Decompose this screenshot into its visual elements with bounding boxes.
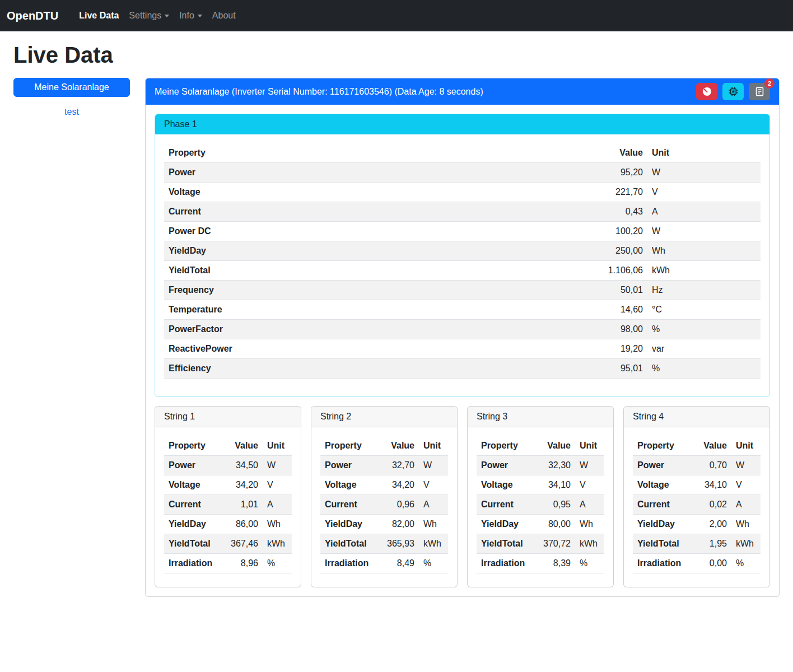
value-cell: 370,72 xyxy=(534,534,575,554)
value-cell: 221,70 xyxy=(575,183,647,202)
property-cell: Frequency xyxy=(164,281,575,300)
unit-cell: Wh xyxy=(575,515,604,534)
property-cell: Efficiency xyxy=(164,359,575,379)
column-property: Property xyxy=(164,143,575,163)
table-row: YieldTotal367,46kWh xyxy=(164,534,292,554)
property-cell: Power xyxy=(320,456,377,475)
table-header-row: Property Value Unit xyxy=(164,143,761,163)
string-card: String 3 Property Value Unit xyxy=(467,406,614,587)
nav-live-data[interactable]: Live Data xyxy=(74,6,124,25)
inverter-card-body: Phase 1 Property Value Unit xyxy=(146,105,779,596)
table-row: Irradiation0,00% xyxy=(633,554,761,573)
inverter-sidebar: Meine Solaranlage test xyxy=(13,78,130,117)
value-cell: 34,20 xyxy=(377,475,419,495)
table-row: Irradiation8,39% xyxy=(477,554,604,573)
property-cell: YieldDay xyxy=(320,515,377,534)
unit-cell: % xyxy=(263,554,292,573)
table-row: YieldDay250,00Wh xyxy=(164,241,761,261)
unit-cell: var xyxy=(647,339,761,359)
nav-info[interactable]: Info xyxy=(174,6,207,25)
table-row: Irradiation8,49% xyxy=(320,554,448,573)
unit-cell: Hz xyxy=(647,281,761,300)
nav-settings[interactable]: Settings xyxy=(124,6,174,25)
table-row: Power0,70W xyxy=(633,456,761,475)
value-cell: 0,96 xyxy=(377,495,419,515)
inverter-header-text: Meine Solaranlage (Inverter Serial Numbe… xyxy=(155,87,483,97)
inverter-action-buttons: 2 xyxy=(691,83,770,100)
nav-info-label: Info xyxy=(179,11,194,21)
event-log-button[interactable]: 2 xyxy=(749,83,770,100)
value-cell: 0,70 xyxy=(690,456,731,475)
table-row: Temperature14,60°C xyxy=(164,300,761,320)
value-cell: 1,95 xyxy=(690,534,731,554)
unit-cell: V xyxy=(419,475,448,495)
unit-cell: kWh xyxy=(731,534,761,554)
nav-about-label: About xyxy=(212,11,236,21)
string-card: String 1 Property Value Unit xyxy=(155,406,301,587)
unit-cell: Wh xyxy=(647,241,761,261)
property-cell: YieldDay xyxy=(477,515,534,534)
value-cell: 365,93 xyxy=(377,534,419,554)
property-cell: YieldTotal xyxy=(164,534,221,554)
property-cell: YieldTotal xyxy=(320,534,377,554)
unit-cell: A xyxy=(731,495,761,515)
table-row: Voltage34,10V xyxy=(633,475,761,495)
property-cell: Irradiation xyxy=(320,554,377,573)
cpu-icon xyxy=(728,86,739,97)
gauge-icon xyxy=(702,86,712,97)
table-row: Voltage34,10V xyxy=(477,475,604,495)
table-row: YieldDay80,00Wh xyxy=(477,515,604,534)
table-header-row: Property Value Unit xyxy=(320,436,448,456)
unit-cell: W xyxy=(575,456,604,475)
value-cell: 100,20 xyxy=(575,222,647,241)
column-value: Value xyxy=(690,436,731,456)
value-cell: 34,10 xyxy=(690,475,731,495)
property-cell: YieldTotal xyxy=(633,534,690,554)
table-row: Current0,96A xyxy=(320,495,448,515)
table-row: Frequency50,01Hz xyxy=(164,281,761,300)
column-unit: Unit xyxy=(647,143,761,163)
table-row: Current0,43A xyxy=(164,202,761,222)
table-row: Voltage34,20V xyxy=(164,475,292,495)
table-row: Irradiation8,96% xyxy=(164,554,292,573)
main-content: Meine Solaranlage (Inverter Serial Numbe… xyxy=(145,78,780,597)
inverter-link-test[interactable]: test xyxy=(13,107,130,117)
table-row: Power95,20W xyxy=(164,163,761,183)
brand-logo[interactable]: OpenDTU xyxy=(7,10,58,22)
property-cell: Voltage xyxy=(164,475,221,495)
limit-settings-button[interactable] xyxy=(696,83,717,100)
nav-settings-label: Settings xyxy=(129,11,161,21)
table-row: YieldDay2,00Wh xyxy=(633,515,761,534)
unit-cell: Wh xyxy=(731,515,761,534)
property-cell: YieldDay xyxy=(633,515,690,534)
table-row: Efficiency95,01% xyxy=(164,359,761,379)
table-row: YieldDay86,00Wh xyxy=(164,515,292,534)
unit-cell: W xyxy=(647,222,761,241)
column-property: Property xyxy=(164,436,221,456)
property-cell: ReactivePower xyxy=(164,339,575,359)
nav-live-data-label: Live Data xyxy=(79,11,119,21)
column-property: Property xyxy=(633,436,690,456)
value-cell: 0,95 xyxy=(534,495,575,515)
device-info-button[interactable] xyxy=(722,83,744,100)
property-cell: Current xyxy=(164,495,221,515)
inverter-select-button[interactable]: Meine Solaranlage xyxy=(13,78,130,97)
string-card-title: String 4 xyxy=(624,407,769,427)
property-cell: YieldTotal xyxy=(477,534,534,554)
value-cell: 1,01 xyxy=(221,495,263,515)
table-row: Current0,95A xyxy=(477,495,604,515)
chevron-down-icon xyxy=(165,15,169,17)
value-cell: 8,39 xyxy=(534,554,575,573)
table-header-row: Property Value Unit xyxy=(633,436,761,456)
unit-cell: A xyxy=(575,495,604,515)
page: Live Data Meine Solaranlage test Meine S… xyxy=(0,31,793,606)
value-cell: 32,30 xyxy=(534,456,575,475)
string-table: Property Value Unit Power32,70WVoltage34… xyxy=(320,436,448,573)
nav-about[interactable]: About xyxy=(207,6,241,25)
chevron-down-icon xyxy=(198,15,202,17)
string-card-title: String 3 xyxy=(468,407,613,427)
unit-cell: A xyxy=(419,495,448,515)
value-cell: 98,00 xyxy=(575,320,647,339)
unit-cell: kWh xyxy=(419,534,448,554)
value-cell: 50,01 xyxy=(575,281,647,300)
